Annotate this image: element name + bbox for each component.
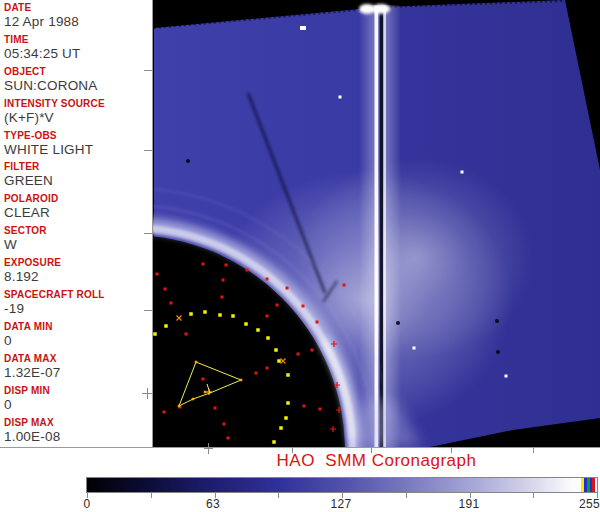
colorbar-tick — [151, 493, 152, 498]
red-fiducial-dot — [202, 263, 205, 266]
orange-x-mark — [177, 316, 182, 321]
field-value: -19 — [4, 301, 152, 317]
yellow-fiducial-dot — [266, 336, 270, 340]
red-fiducial-dot — [276, 304, 279, 307]
field-value: 0 — [4, 397, 152, 413]
dark-speck — [496, 350, 500, 354]
yellow-fiducial-dot — [153, 332, 157, 336]
red-fiducial-dot — [164, 288, 167, 291]
field-value: WHITE LIGHT — [4, 142, 152, 158]
red-plus-mark — [331, 341, 337, 347]
star-point — [339, 96, 342, 99]
colorbar-tick-label: 127 — [331, 497, 352, 511]
colorbar-tick-label: 63 — [206, 497, 220, 511]
red-fiducial-dot — [255, 372, 258, 375]
red-fiducial-dot — [227, 437, 230, 440]
colorbar-saturation-stripes — [581, 478, 595, 492]
red-plus-mark — [336, 407, 342, 413]
star-point — [461, 171, 464, 174]
saturation-stripe — [592, 478, 595, 492]
colorbar-tick — [406, 493, 407, 498]
red-fiducial-dot — [223, 423, 226, 426]
field-value: 05:34:25 UT — [4, 46, 152, 62]
yellow-fiducial-dot — [274, 348, 278, 352]
metadata-field: POLAROIDCLEAR — [0, 191, 152, 223]
polygon-vertex-dot — [178, 405, 181, 408]
field-label: TYPE-OBS — [4, 130, 152, 142]
metadata-field: DISP MIN0 — [0, 383, 152, 415]
red-fiducial-dot — [266, 278, 269, 281]
field-label: TIME — [4, 34, 152, 46]
yellow-fiducial-dot — [164, 324, 168, 328]
red-fiducial-dot — [286, 287, 289, 290]
yellow-polygon-outline — [179, 362, 241, 406]
field-label: DATA MIN — [4, 321, 152, 333]
yellow-fiducial-dot — [286, 401, 290, 405]
field-label: DATE — [4, 2, 152, 14]
metadata-field: SECTORW — [0, 223, 152, 255]
field-value: W — [4, 237, 152, 253]
yellow-fiducial-dot — [203, 310, 207, 314]
field-value: 1.32E-07 — [4, 365, 152, 381]
red-fiducial-dot — [163, 411, 166, 414]
red-fiducial-dot — [311, 349, 314, 352]
yellow-fiducial-dot — [277, 359, 281, 363]
field-value: CLEAR — [4, 205, 152, 221]
field-label: DISP MAX — [4, 417, 152, 429]
red-fiducial-dot — [297, 353, 300, 356]
axis-tick — [144, 310, 152, 311]
field-value: 12 Apr 1988 — [4, 14, 152, 30]
coronagraph-image — [153, 0, 600, 447]
field-label: DATA MAX — [4, 353, 152, 365]
red-fiducial-dot — [343, 284, 346, 287]
axis-tick — [144, 233, 152, 234]
field-label: POLAROID — [4, 193, 152, 205]
colorbar-tick-label: 255 — [579, 497, 600, 511]
field-value: (K+F)*V — [4, 110, 152, 126]
yellow-fiducial-dot — [256, 328, 260, 332]
red-fiducial-dot — [222, 279, 225, 282]
red-plus-mark — [330, 426, 336, 432]
metadata-field: DATA MAX1.32E-07 — [0, 351, 152, 383]
axis-tick — [147, 388, 148, 399]
field-value: SUN:CORONA — [4, 78, 152, 94]
red-fiducial-dot — [170, 302, 173, 305]
metadata-field: DATA MIN0 — [0, 319, 152, 351]
dark-speck — [396, 321, 400, 325]
red-fiducial-dot — [246, 269, 249, 272]
polygon-vertex-dot — [192, 398, 195, 401]
red-fiducial-dot — [185, 333, 188, 336]
metadata-field: TIME05:34:25 UT — [0, 32, 152, 64]
axis-tick — [144, 70, 152, 71]
red-fiducial-dot — [266, 367, 269, 370]
field-value: 0 — [4, 333, 152, 349]
metadata-field: SPACECRAFT ROLL-19 — [0, 287, 152, 319]
yellow-fiducial-dot — [244, 322, 248, 326]
page-title: HAO SMM Coronagraph — [153, 451, 600, 471]
polygon-vertex-dot — [240, 379, 243, 382]
field-value: 8.192 — [4, 269, 152, 285]
yellow-fiducial-dot — [286, 373, 290, 377]
red-plus-mark — [334, 382, 340, 388]
field-label: FILTER — [4, 161, 152, 173]
red-fiducial-dot — [316, 321, 319, 324]
star-point — [300, 26, 306, 30]
polygon-vertex-dot — [195, 361, 198, 364]
field-value: 1.00E-08 — [4, 429, 152, 445]
overlay-marks — [153, 0, 600, 447]
metadata-field: DATE12 Apr 1988 — [0, 0, 152, 32]
red-fiducial-dot — [225, 264, 228, 267]
star-point — [413, 347, 416, 350]
yellow-fiducial-dot — [231, 314, 235, 318]
red-fiducial-dot — [303, 405, 306, 408]
colorbar-tick-label: 0 — [84, 497, 91, 511]
yellow-fiducial-dot — [218, 313, 222, 317]
colorbar-tick — [533, 493, 534, 498]
red-fiducial-dot — [319, 408, 322, 411]
metadata-panel: DATE12 Apr 1988TIME05:34:25 UTOBJECTSUN:… — [0, 0, 152, 447]
colorbar-tick-label: 191 — [459, 497, 480, 511]
red-fiducial-dot — [202, 378, 205, 381]
field-value: GREEN — [4, 173, 152, 189]
field-label: INTENSITY SOURCE — [4, 98, 152, 110]
field-label: SPACECRAFT ROLL — [4, 289, 152, 301]
